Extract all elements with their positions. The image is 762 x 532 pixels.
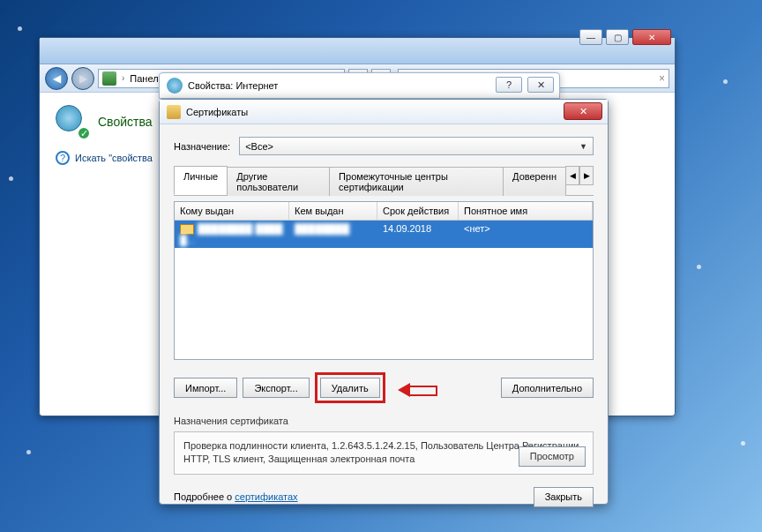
list-header: Кому выдан Кем выдан Срок действия Понят… [175,202,593,221]
close-button[interactable]: ✕ [527,77,554,93]
annotation-highlight: Удалить [315,372,385,403]
maximize-button[interactable]: ▢ [606,29,629,45]
purpose-label: Назначение: [174,141,230,152]
export-button[interactable]: Экспорт... [243,378,309,398]
col-issued-by[interactable]: Кем выдан [289,202,377,220]
control-panel-icon [102,71,116,86]
cert-row-selected[interactable]: ████████ ████ █... ████████ 14.09.2018 <… [175,221,593,248]
learn-more-prefix: Подробнее о [174,491,235,502]
clear-search-icon[interactable]: × [659,72,665,85]
purpose-value: <Все> [245,141,273,152]
cert-titlebar[interactable]: Сертификаты ✕ [160,100,608,124]
help-button[interactable]: ? [496,77,522,93]
cell-issued-to: ████████ ████ █... [180,223,283,245]
back-button[interactable]: ◀ [45,67,68,90]
purpose-combo[interactable]: <Все> ▼ [239,137,594,155]
col-friendly[interactable]: Понятное имя [459,202,593,220]
cell-expires: 14.09.2018 [377,221,459,248]
chevron-down-icon: ▼ [579,142,587,151]
props-title: Свойства: Интернет [188,80,278,91]
certificate-icon [167,105,181,119]
close-dialog-button[interactable]: Закрыть [534,487,594,507]
annotation-arrow [398,380,438,396]
certificates-dialog: Сертификаты ✕ Назначение: <Все> ▼ Личные… [159,99,609,505]
tab-personal[interactable]: Личные [174,166,228,195]
cert-row-icon [180,224,194,235]
cell-issued-by: ████████ [295,223,349,234]
advanced-button[interactable]: Дополнительно [501,378,594,398]
view-button[interactable]: Просмотр [519,446,586,467]
cell-friendly: <нет> [459,221,593,248]
close-button[interactable]: ✕ [632,29,671,45]
col-expires[interactable]: Срок действия [377,202,459,220]
tab-trusted[interactable]: Доверенн [503,167,566,196]
purpose-box: Проверка подлинности клиента, 1.2.643.5.… [174,431,594,475]
delete-button[interactable]: Удалить [320,378,380,398]
cert-tabs: Личные Другие пользователи Промежуточные… [174,166,594,196]
breadcrumb-sep: › [120,73,126,83]
learn-more-link[interactable]: сертификатах [235,491,297,502]
cp-titlebar[interactable]: — ▢ ✕ [40,38,675,64]
tab-scroll-left[interactable]: ◀ [565,166,579,185]
import-button[interactable]: Импорт... [174,378,237,398]
search-link-label: Искать "свойства [75,153,153,163]
internet-options-icon: ✓ [56,105,89,139]
close-button[interactable]: ✕ [564,102,602,120]
tab-other-users[interactable]: Другие пользователи [227,167,330,196]
col-issued-to[interactable]: Кому выдан [175,202,289,220]
globe-icon [167,78,183,94]
tab-scroll-right[interactable]: ▶ [579,166,594,185]
tab-intermediate-ca[interactable]: Промежуточные центры сертификации [329,167,504,196]
cert-list[interactable]: Кому выдан Кем выдан Срок действия Понят… [174,201,594,360]
cert-title-label: Сертификаты [186,107,248,117]
learn-more: Подробнее о сертификатах [174,491,298,502]
page-title: Свойства [98,115,152,129]
help-icon: ? [56,151,70,165]
forward-button[interactable]: ▶ [71,67,94,90]
internet-properties-dialog: Свойства: Интернет ? ✕ [159,72,560,99]
minimize-button[interactable]: — [579,29,602,45]
purpose-section-label: Назначения сертификата [174,416,594,426]
